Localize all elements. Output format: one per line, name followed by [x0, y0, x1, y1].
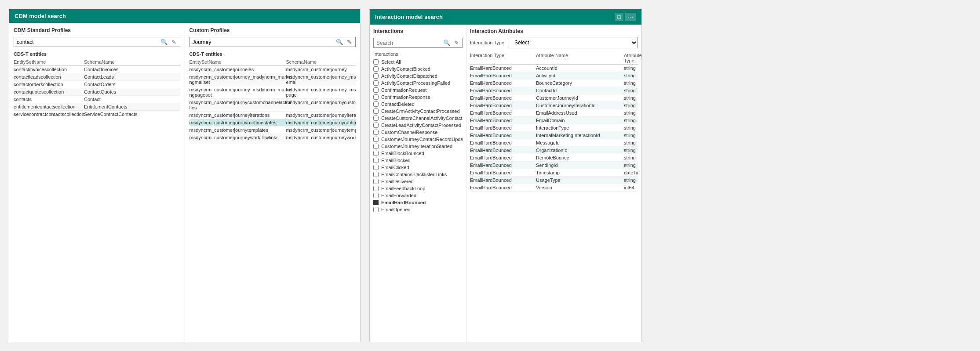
- attr-row[interactable]: EmailHardBouncedVersionint64: [470, 184, 638, 192]
- window-icon-button[interactable]: □: [615, 13, 623, 21]
- table-row[interactable]: msdyncrm_customerjourneyiterationsmsdync…: [189, 112, 356, 119]
- attr-col-type-label: Interaction Type: [470, 53, 536, 63]
- interactions-search-button[interactable]: 🔍: [442, 40, 452, 46]
- interaction-list-item[interactable]: ActivityContactDispatched: [373, 72, 463, 80]
- attr-row[interactable]: EmailHardBouncedUsageTypestring: [470, 177, 638, 184]
- interaction-list-item[interactable]: CustomerJourneyContactRecordUpdated: [373, 136, 463, 143]
- interaction-list-item[interactable]: ActivityContactProcessingFailed: [373, 80, 463, 87]
- interaction-list-item[interactable]: ActivityContactBlocked: [373, 65, 463, 72]
- interaction-list-item[interactable]: CreateCrmActivityContactProcessed: [373, 108, 463, 115]
- interaction-list-item[interactable]: EmailFeedbackLoop: [373, 185, 463, 192]
- more-icon-button[interactable]: ⋯: [625, 13, 636, 21]
- table-row[interactable]: contactquotescollectionContactQuotes: [14, 88, 180, 96]
- interactions-filter-button[interactable]: ✎: [453, 40, 460, 46]
- table-row[interactable]: contactleadscollectionContactLeads: [14, 73, 180, 81]
- attr-row[interactable]: EmailHardBouncedInternalMarketingInterac…: [470, 132, 638, 139]
- interaction-checkbox[interactable]: [373, 207, 379, 212]
- attr-row[interactable]: EmailHardBouncedTimestampdateTimeOffset: [470, 169, 638, 177]
- attr-row[interactable]: EmailHardBouncedInteractionTypestring: [470, 124, 638, 132]
- interaction-checkbox[interactable]: [373, 165, 379, 170]
- interaction-list-item[interactable]: EmailClicked: [373, 164, 463, 171]
- cdm-custom-search-input[interactable]: [193, 39, 335, 45]
- interaction-panel-header: Interaction model search □ ⋯: [370, 9, 641, 25]
- interaction-checkbox[interactable]: [373, 73, 379, 79]
- interaction-list-item[interactable]: CreateCustomChannelActivityContactProc..…: [373, 115, 463, 122]
- attr-row[interactable]: EmailHardBouncedCustomerJourneyIteration…: [470, 102, 638, 109]
- interaction-list-item[interactable]: CreateLeadActivityContactProcessed: [373, 122, 463, 129]
- cdm-custom-filter-button[interactable]: ✎: [346, 39, 353, 45]
- interaction-panel: Interaction model search □ ⋯ Interaction…: [369, 9, 642, 342]
- interaction-list-item[interactable]: EmailDelivered: [373, 178, 463, 185]
- attr-row[interactable]: EmailHardBouncedSendingIdstring: [470, 162, 638, 169]
- interaction-checkbox[interactable]: [373, 193, 379, 198]
- interaction-checkbox[interactable]: [373, 172, 379, 177]
- attr-row[interactable]: EmailHardBouncedOrganizationIdstring: [470, 147, 638, 154]
- interaction-list-item[interactable]: CustomerJourneyIterationStarted: [373, 143, 463, 150]
- cdm-panel-title: CDM model search: [15, 13, 66, 19]
- table-row[interactable]: msdyncrm_customerjournyruntimestatesmsdy…: [189, 119, 356, 127]
- interaction-checkbox[interactable]: [373, 66, 379, 72]
- table-row[interactable]: msdyncrm_customerjournycustomchannelacti…: [189, 99, 356, 112]
- attr-row[interactable]: EmailHardBouncedContactIdstring: [470, 87, 638, 94]
- cdm-custom-entities-label: CDS-T entities: [189, 51, 356, 57]
- interaction-checkbox[interactable]: [373, 109, 379, 114]
- interactions-section-label: Interactions: [373, 51, 463, 57]
- interaction-checkbox[interactable]: [373, 186, 379, 191]
- interaction-checkbox[interactable]: [373, 179, 379, 184]
- interaction-checkbox[interactable]: [373, 116, 379, 121]
- attr-row[interactable]: EmailHardBouncedAccountIdstring: [470, 65, 638, 72]
- interaction-checkbox[interactable]: [373, 94, 379, 100]
- attr-row[interactable]: EmailHardBouncedBounceCategorystring: [470, 80, 638, 87]
- attr-row[interactable]: EmailHardBouncedCustomerJourneyIdstring: [470, 94, 638, 102]
- cdm-standard-search-row: 🔍 ✎: [14, 37, 180, 47]
- interaction-list-item[interactable]: EmailOpened: [373, 206, 463, 213]
- cdm-standard-search-input[interactable]: [17, 39, 160, 45]
- interaction-type-dropdown[interactable]: Select: [509, 37, 638, 48]
- cdm-custom-profiles-title: Custom Profiles: [189, 27, 356, 33]
- attr-row[interactable]: EmailHardBouncedMessageIdstring: [470, 139, 638, 147]
- table-row[interactable]: entitlementcontactscollectionEntitlement…: [14, 103, 180, 111]
- interactions-left-section: Interactions 🔍 ✎ Interactions Select All…: [370, 25, 466, 342]
- table-row[interactable]: contactsContact: [14, 96, 180, 103]
- attr-row[interactable]: EmailHardBouncedEmailAddressUsedstring: [470, 109, 638, 117]
- cdm-standard-profiles-title: CDM Standard Profiles: [14, 27, 180, 33]
- interaction-checkbox[interactable]: [373, 101, 379, 107]
- table-row[interactable]: contactinvoicescollectionContactInvoices: [14, 66, 180, 73]
- table-row[interactable]: msdyncrm_customerjourneiesmsdyncrm_custo…: [189, 66, 356, 73]
- interaction-list-item[interactable]: EmailForwarded: [373, 192, 463, 199]
- interaction-list-item[interactable]: EmailBlocked: [373, 157, 463, 164]
- table-row[interactable]: msdyncrm_customerjourneyworkflowlinksmsd…: [189, 134, 356, 141]
- table-row[interactable]: msdyncrm_customerjourney_msdyncrm_market…: [189, 73, 356, 86]
- attr-row[interactable]: EmailHardBouncedActivityIdstring: [470, 72, 638, 80]
- cdm-custom-search-button[interactable]: 🔍: [335, 39, 344, 45]
- interaction-select-all[interactable]: Select All: [373, 58, 463, 65]
- interaction-list-item[interactable]: ConfirmationResponse: [373, 94, 463, 101]
- interaction-checkbox[interactable]: [373, 87, 379, 93]
- attr-row[interactable]: EmailHardBouncedRemoteBouncestring: [470, 154, 638, 162]
- col-schema-label: SchemaName: [84, 59, 180, 65]
- cdm-standard-table-header: EntitySetName SchemaName: [14, 58, 180, 66]
- interaction-checkbox[interactable]: [373, 144, 379, 149]
- interaction-checkbox[interactable]: [373, 151, 379, 156]
- interaction-checkbox[interactable]: [373, 80, 379, 86]
- interaction-checkbox[interactable]: [373, 137, 379, 142]
- cdm-standard-search-button[interactable]: 🔍: [160, 39, 169, 45]
- table-row[interactable]: contactorderscollectionContactOrders: [14, 81, 180, 88]
- interaction-checkbox[interactable]: [373, 130, 379, 135]
- interaction-checkbox[interactable]: [373, 123, 379, 128]
- interaction-list-item[interactable]: ConfirmationRequest: [373, 87, 463, 94]
- interactions-search-input[interactable]: [376, 40, 442, 46]
- interaction-list-item[interactable]: CustomChannelResponse: [373, 129, 463, 136]
- interaction-list-item[interactable]: EmailHardBounced: [373, 199, 463, 206]
- interaction-list-item[interactable]: ContactDeleted: [373, 101, 463, 108]
- cdm-standard-filter-button[interactable]: ✎: [171, 39, 177, 45]
- table-row[interactable]: msdyncrm_customerjournytemplatesmsdyncrm…: [189, 127, 356, 134]
- table-row[interactable]: servicecontractcontactscollectionService…: [14, 111, 180, 118]
- select-all-checkbox[interactable]: [373, 59, 379, 65]
- interaction-checkbox[interactable]: [373, 158, 379, 163]
- table-row[interactable]: msdyncrm_customerjourney_msdyncrm_market…: [189, 86, 356, 99]
- col-schema-wide-label: SchemaName: [286, 59, 356, 65]
- interaction-list-item[interactable]: EmailBlockBounced: [373, 150, 463, 157]
- attr-row[interactable]: EmailHardBouncedEmailDomainstring: [470, 117, 638, 124]
- interaction-list-item[interactable]: EmailContainsBlacklistedLinks: [373, 171, 463, 178]
